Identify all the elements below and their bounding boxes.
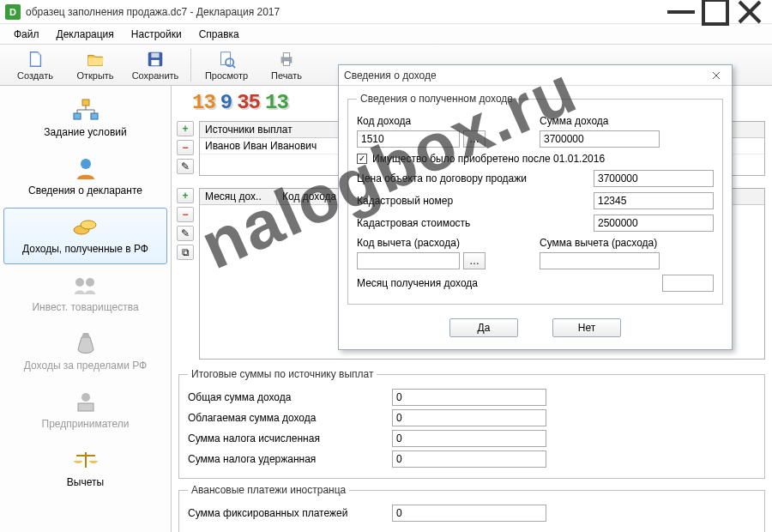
lookup-income-code-button[interactable]: … xyxy=(463,130,486,148)
remove-income-button[interactable]: − xyxy=(177,207,194,222)
seg-9[interactable]: 9 xyxy=(220,91,232,114)
open-button[interactable]: Открыть xyxy=(65,46,125,84)
sidebar-item-income-rf[interactable]: Доходы, полученные в РФ xyxy=(3,208,167,264)
dialog-close-button[interactable] xyxy=(706,67,727,84)
seg-13b[interactable]: 13 xyxy=(265,91,288,114)
col-month[interactable]: Месяц дох.. xyxy=(200,189,277,204)
sidebar-item-income-abroad[interactable]: Доходы за пределами РФ xyxy=(3,324,167,381)
remove-source-button[interactable]: − xyxy=(177,140,194,155)
toolbar-separator xyxy=(190,49,191,82)
svg-rect-6 xyxy=(151,59,159,64)
menu-file[interactable]: Файл xyxy=(7,26,46,43)
chk-after-2016[interactable]: ✓ Имущество было приобретено после 01.01… xyxy=(357,153,605,165)
sidebar-item-declarant[interactable]: Сведения о декларанте xyxy=(3,149,167,206)
copy-icon: ⧉ xyxy=(182,246,190,258)
lbl-tax-calc: Сумма налога исчисленная xyxy=(188,432,385,444)
svg-line-9 xyxy=(232,64,235,68)
window-titlebar: D образец заполнения продажа.dc7 - Декла… xyxy=(0,0,772,24)
lbl-cad-val: Кадастровая стоимость xyxy=(357,217,585,229)
dialog-group-legend: Сведения о полученном доходе xyxy=(357,93,516,105)
preview-label: Просмотр xyxy=(205,70,248,81)
lbl-tax-withheld: Сумма налога удержанная xyxy=(188,453,385,465)
add-income-button[interactable]: + xyxy=(177,188,194,203)
totals-legend: Итоговые суммы по источнику выплат xyxy=(188,368,377,380)
open-label: Открыть xyxy=(76,70,113,81)
maximize-button[interactable] xyxy=(698,2,733,22)
inp-price[interactable] xyxy=(594,170,714,187)
svg-rect-26 xyxy=(78,403,93,411)
advance-legend: Авансовые платежи иностранца xyxy=(188,484,349,496)
ellipsis-icon: … xyxy=(469,255,479,267)
sidebar-item-invest[interactable]: Инвест. товарищества xyxy=(3,266,167,323)
open-folder-icon xyxy=(86,50,105,69)
print-button[interactable]: Печать xyxy=(256,46,317,84)
svg-rect-11 xyxy=(283,52,289,57)
money-bag-icon xyxy=(70,330,101,356)
inp-cad-num[interactable] xyxy=(594,192,714,209)
lbl-cad-num: Кадастровый номер xyxy=(357,195,585,207)
inp-deduction-code[interactable] xyxy=(357,252,460,269)
svg-point-22 xyxy=(81,221,96,229)
svg-point-25 xyxy=(81,393,90,402)
seg-13a[interactable]: 13 xyxy=(192,91,215,114)
advance-group: Авансовые платежи иностранца Сумма фикси… xyxy=(178,484,765,532)
sidebar-item-entrepreneurs[interactable]: Предприниматели xyxy=(3,383,167,439)
svg-rect-15 xyxy=(91,113,98,119)
inp-deduction-sum[interactable] xyxy=(540,252,660,269)
printer-icon xyxy=(277,50,296,69)
seg-35[interactable]: 35 xyxy=(237,91,260,114)
sources-buttons: + − ✎ xyxy=(177,121,196,176)
edit-source-button[interactable]: ✎ xyxy=(177,159,194,174)
print-label: Печать xyxy=(271,70,302,81)
inp-tax-withheld[interactable] xyxy=(392,450,546,468)
dialog-ok-button[interactable]: Да xyxy=(449,318,518,337)
lbl-fixed: Сумма фиксированных платежей xyxy=(188,507,385,519)
lbl-taxable: Облагаемая сумма дохода xyxy=(188,412,385,424)
svg-point-24 xyxy=(86,278,94,287)
inp-total-income[interactable] xyxy=(392,389,546,406)
menu-declaration[interactable]: Декларация xyxy=(50,26,121,43)
inp-fixed[interactable] xyxy=(392,505,546,522)
lbl-deduction-sum: Сумма вычета (расхода) xyxy=(540,237,714,249)
preview-icon xyxy=(217,50,236,69)
lookup-deduction-code-button[interactable]: … xyxy=(463,252,486,269)
svg-rect-14 xyxy=(74,113,81,119)
ellipsis-icon: … xyxy=(469,133,479,145)
dialog-titlebar[interactable]: Сведения о доходе xyxy=(339,65,732,86)
plus-icon: + xyxy=(182,190,188,202)
sidebar-item-conditions[interactable]: Задание условий xyxy=(3,91,167,148)
add-source-button[interactable]: + xyxy=(177,121,194,136)
menu-help[interactable]: Справка xyxy=(192,26,246,43)
inp-tax-calc[interactable] xyxy=(392,430,546,447)
create-label: Создать xyxy=(17,70,53,81)
income-dialog: Сведения о доходе Сведения о полученном … xyxy=(338,64,733,350)
coins-icon xyxy=(70,214,101,239)
new-file-icon xyxy=(26,50,45,69)
svg-point-20 xyxy=(81,159,91,169)
svg-rect-5 xyxy=(151,52,159,57)
inp-cad-val[interactable] xyxy=(594,215,714,232)
create-button[interactable]: Создать xyxy=(5,46,65,84)
inp-income-code[interactable] xyxy=(357,130,460,148)
dialog-title: Сведения о доходе xyxy=(344,70,706,82)
edit-income-button[interactable]: ✎ xyxy=(177,226,194,241)
inp-income-sum[interactable] xyxy=(540,130,660,148)
close-button[interactable] xyxy=(733,2,767,22)
totals-group: Итоговые суммы по источнику выплат Общая… xyxy=(178,368,765,479)
save-label: Сохранить xyxy=(132,70,179,81)
save-button[interactable]: Сохранить xyxy=(125,46,185,84)
lbl-price: Цена объекта по договору продажи xyxy=(357,172,585,184)
sidebar-item-deductions[interactable]: Вычеты xyxy=(3,441,167,498)
edit-icon: ✎ xyxy=(181,160,190,172)
preview-button[interactable]: Просмотр xyxy=(196,46,256,84)
dialog-group: Сведения о полученном доходе Код дохода … xyxy=(347,93,723,305)
dialog-cancel-button[interactable]: Нет xyxy=(552,318,621,337)
inp-taxable[interactable] xyxy=(392,409,546,426)
copy-income-button[interactable]: ⧉ xyxy=(177,245,194,260)
minimize-button[interactable] xyxy=(664,2,698,22)
menu-settings[interactable]: Настройки xyxy=(124,26,189,43)
scales-icon xyxy=(70,447,101,473)
edit-icon: ✎ xyxy=(181,227,190,239)
save-disk-icon xyxy=(146,50,165,69)
inp-month[interactable] xyxy=(662,275,714,292)
